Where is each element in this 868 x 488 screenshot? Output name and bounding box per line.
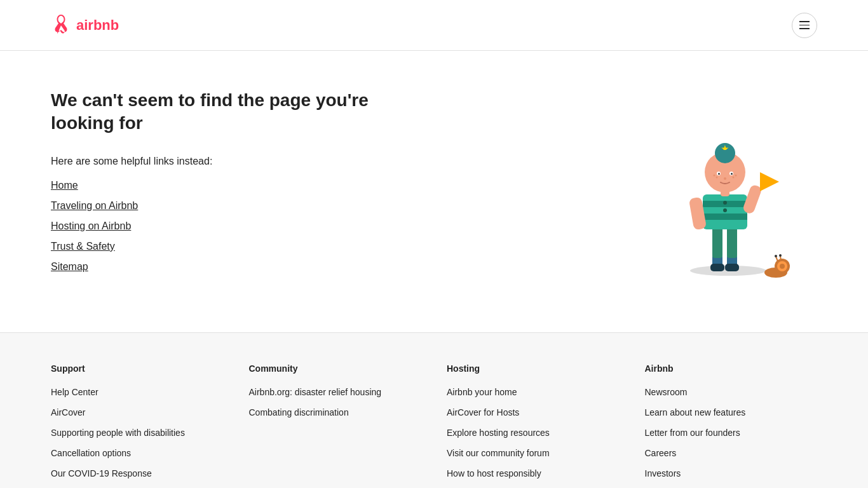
svg-point-23 (714, 175, 715, 177)
footer-link-item: Help Center (51, 386, 224, 398)
error-title: We can't seem to find the page you're lo… (51, 89, 432, 135)
svg-rect-9 (703, 214, 747, 220)
footer-col-list-1: Airbnb.org: disaster relief housingComba… (249, 386, 422, 418)
footer-link-item: Letter from our founders (645, 427, 818, 438)
svg-point-35 (775, 255, 777, 257)
header: airbnb (0, 0, 868, 51)
footer-link-item: Combating discrimination (249, 407, 422, 418)
footer-link[interactable]: Newsroom (645, 387, 688, 397)
footer-link[interactable]: Airbnb your home (447, 387, 517, 397)
footer-link[interactable]: Help Center (51, 387, 98, 397)
helpful-link-item: Sitemap (51, 261, 432, 273)
error-illustration (677, 102, 817, 268)
footer-col-heading-1: Community (249, 363, 422, 374)
footer-link[interactable]: Supporting people with disabilities (51, 428, 185, 438)
helpful-link[interactable]: Traveling on Airbnb (51, 200, 138, 211)
svg-rect-3 (710, 264, 724, 271)
footer-link[interactable]: Our COVID-19 Response (51, 468, 152, 478)
footer-link[interactable]: Combating discrimination (249, 407, 349, 417)
footer-link[interactable]: AirCover for Hosts (447, 407, 519, 417)
footer-link-item: Airbnb your home (447, 386, 620, 398)
footer-link-item: Learn about new features (645, 407, 818, 418)
footer-link[interactable]: Airbnb.org: disaster relief housing (249, 387, 382, 397)
footer-col-1: CommunityAirbnb.org: disaster relief hou… (249, 363, 422, 488)
svg-rect-4 (725, 264, 739, 271)
helpful-link[interactable]: Hosting on Airbnb (51, 220, 131, 231)
svg-point-21 (724, 177, 726, 180)
airbnb-logo-icon (51, 14, 71, 37)
svg-rect-28 (715, 150, 735, 155)
footer-link-item: Airbnb.org: disaster relief housing (249, 386, 422, 398)
footer-link-item: Our COVID-19 Response (51, 468, 224, 479)
footer-link[interactable]: Cancellation options (51, 448, 131, 458)
footer-link[interactable]: Careers (645, 448, 677, 458)
svg-point-22 (716, 177, 718, 179)
footer-link-item: Supporting people with disabilities (51, 427, 224, 438)
footer-col-heading-2: Hosting (447, 363, 620, 374)
footer-link[interactable]: Learn about new features (645, 407, 746, 417)
footer-col-list-0: Help CenterAirCoverSupporting people wit… (51, 386, 224, 488)
footer-col-0: SupportHelp CenterAirCoverSupporting peo… (51, 363, 224, 488)
helpful-link-item: Home (51, 180, 432, 191)
helpful-link-item: Trust & Safety (51, 241, 432, 252)
footer-link-item: AirCover for Hosts (447, 407, 620, 418)
svg-point-19 (718, 173, 720, 175)
footer-col-3: AirbnbNewsroomLearn about new featuresLe… (645, 363, 818, 488)
footer-link-item: Visit our community forum (447, 447, 620, 459)
svg-marker-12 (760, 172, 779, 191)
menu-button[interactable] (792, 13, 817, 38)
svg-rect-6 (727, 226, 737, 258)
helpful-link[interactable]: Home (51, 180, 78, 191)
footer-col-list-3: NewsroomLearn about new featuresLetter f… (645, 386, 818, 488)
footer-col-list-2: Airbnb your homeAirCover for HostsExplor… (447, 386, 620, 488)
footer-link[interactable]: Visit our community forum (447, 448, 550, 458)
menu-icon-line2 (799, 25, 810, 26)
logo-link[interactable]: airbnb (51, 14, 119, 37)
svg-rect-5 (712, 226, 722, 258)
footer-link-item: How to host responsibly (447, 468, 620, 479)
footer-link-item: Careers (645, 447, 818, 459)
footer-link-item: Explore hosting resources (447, 427, 620, 438)
footer-grid: SupportHelp CenterAirCoverSupporting peo… (51, 363, 817, 488)
svg-point-20 (731, 173, 733, 175)
logo-text: airbnb (76, 17, 119, 34)
menu-icon-line3 (799, 28, 810, 29)
error-content: We can't seem to find the page you're lo… (51, 89, 432, 281)
svg-point-32 (780, 264, 785, 269)
svg-line-34 (780, 256, 781, 261)
helpful-link[interactable]: Sitemap (51, 261, 88, 272)
footer-col-2: HostingAirbnb your homeAirCover for Host… (447, 363, 620, 488)
helpful-link[interactable]: Trust & Safety (51, 241, 115, 252)
footer-col-heading-0: Support (51, 363, 224, 374)
svg-point-25 (735, 175, 737, 177)
svg-point-27 (723, 208, 727, 212)
svg-point-24 (733, 177, 735, 179)
helpful-link-item: Traveling on Airbnb (51, 200, 432, 212)
svg-point-26 (723, 201, 727, 205)
footer: SupportHelp CenterAirCoverSupporting peo… (0, 332, 868, 488)
helpful-link-item: Hosting on Airbnb (51, 220, 432, 232)
main-content: We can't seem to find the page you're lo… (0, 51, 868, 332)
svg-line-33 (776, 257, 778, 261)
footer-link-item: Cancellation options (51, 447, 224, 459)
footer-col-heading-3: Airbnb (645, 363, 818, 374)
footer-link[interactable]: Explore hosting resources (447, 428, 550, 438)
footer-link[interactable]: AirCover (51, 407, 85, 417)
menu-icon-line1 (799, 21, 810, 22)
footer-link-item: Newsroom (645, 386, 818, 398)
footer-link-item: AirCover (51, 407, 224, 418)
footer-link[interactable]: Letter from our founders (645, 428, 740, 438)
footer-link[interactable]: Investors (645, 468, 681, 478)
footer-link-item: Investors (645, 468, 818, 479)
svg-point-36 (779, 254, 782, 257)
footer-link[interactable]: How to host responsibly (447, 468, 541, 478)
helpful-links-list: HomeTraveling on AirbnbHosting on Airbnb… (51, 180, 432, 273)
helpful-intro: Here are some helpful links instead: (51, 156, 432, 167)
